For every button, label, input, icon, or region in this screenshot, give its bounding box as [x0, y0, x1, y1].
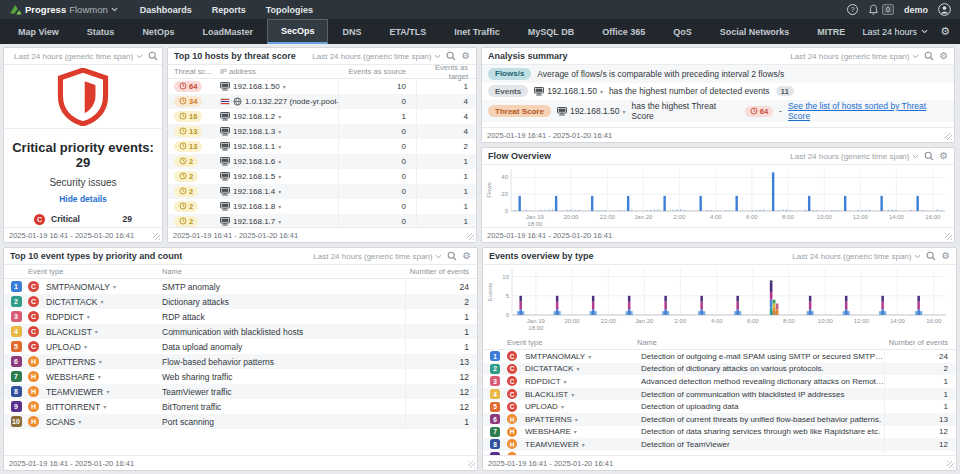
user-name[interactable]: demo: [904, 5, 928, 15]
resize-handle[interactable]: [945, 233, 952, 240]
search-icon[interactable]: [924, 51, 934, 61]
event-type-dropdown[interactable]: SMTPANOMALY▾: [525, 352, 641, 361]
event-type-dropdown[interactable]: TEAMVIEWER▾: [46, 387, 162, 397]
event-type-dropdown[interactable]: RDPDICT▾: [525, 377, 641, 386]
resize-handle[interactable]: [153, 233, 160, 240]
gear-icon[interactable]: ⚙: [941, 251, 950, 261]
event-type-dropdown[interactable]: BLACKLIST▾: [46, 327, 162, 337]
event-type-dropdown[interactable]: WEBSHARE▾: [46, 372, 162, 382]
priority-cell: H: [507, 439, 525, 449]
host-dropdown[interactable]: 192.168.1.2▾: [220, 112, 281, 121]
host-dropdown[interactable]: 192.168.1.7▾: [220, 217, 281, 226]
event-type-dropdown[interactable]: BPATTERNS▾: [525, 415, 641, 424]
col-events-as-source[interactable]: Events as source: [338, 65, 416, 78]
host-dropdown[interactable]: 192.168.1.50▾: [557, 106, 626, 116]
col-name[interactable]: Name: [637, 338, 884, 347]
event-type-dropdown[interactable]: BLACKLIST▾: [525, 390, 641, 399]
col-ip-address[interactable]: IP address: [220, 67, 338, 76]
host-dropdown[interactable]: 192.168.1.5▾: [220, 172, 281, 181]
tab-qos[interactable]: QoS: [659, 19, 706, 44]
tab-social-networks[interactable]: Social Networks: [706, 19, 804, 44]
event-type-dropdown[interactable]: DICTATTACK▾: [46, 297, 162, 307]
resize-handle[interactable]: [945, 133, 952, 140]
event-type-dropdown[interactable]: SCANS▾: [46, 417, 162, 427]
search-icon[interactable]: [926, 251, 936, 261]
search-icon[interactable]: [446, 51, 456, 61]
menu-item-reports[interactable]: Reports: [212, 5, 246, 15]
col-event-type[interactable]: Event type: [507, 338, 637, 347]
panel-timespan-dropdown[interactable]: Last 24 hours (generic time span): [14, 52, 143, 61]
col-number-of-events[interactable]: Number of events: [405, 265, 477, 278]
table-row: 7HWEBSHARE▾Web sharing traffic12: [4, 369, 477, 384]
host-dropdown[interactable]: 192.168.1.1▾: [220, 142, 281, 151]
col-event-type[interactable]: Event type: [28, 267, 162, 276]
notifications[interactable]: 0: [868, 4, 894, 16]
panel-timespan-dropdown[interactable]: Last 24 hours (generic time span): [313, 252, 442, 261]
event-type-dropdown[interactable]: WEBSHARE▾: [525, 427, 641, 436]
panel-timespan-dropdown[interactable]: Last 24 hours (generic time span): [792, 252, 921, 261]
resize-handle[interactable]: [467, 233, 474, 240]
event-type-dropdown[interactable]: BPATTERNS▾: [46, 357, 162, 367]
tab-mysql-db[interactable]: MySQL DB: [514, 19, 588, 44]
threat-score-list-link[interactable]: See the list of hosts sorted by Threat S…: [788, 101, 948, 121]
host-dropdown[interactable]: 192.168.1.4▾: [220, 187, 281, 196]
event-type-dropdown[interactable]: DICTATTACK▾: [525, 364, 641, 373]
gear-icon[interactable]: ⚙: [940, 26, 950, 37]
host-dropdown[interactable]: 192.168.1.50▾: [220, 82, 286, 91]
col-name[interactable]: Name: [162, 267, 405, 276]
gear-icon[interactable]: ⚙: [461, 51, 470, 61]
severity-label: Critical: [51, 214, 117, 224]
event-type-dropdown[interactable]: UPLOAD▾: [525, 402, 641, 411]
menu-item-topologies[interactable]: Topologies: [266, 5, 313, 15]
resize-handle[interactable]: [468, 461, 475, 468]
search-icon[interactable]: [447, 251, 457, 261]
dashboard-tabs-bar: Map ViewStatusNetOpsLoadMasterSecOpsDNSE…: [0, 19, 960, 44]
table-row: 1CSMTPANOMALY▾SMTP anomaly24: [4, 279, 477, 294]
dropdown-caret: ▾: [564, 378, 567, 385]
search-icon[interactable]: [148, 51, 158, 61]
tab-mitre[interactable]: MITRE: [803, 19, 859, 44]
gear-icon[interactable]: ⚙: [462, 251, 471, 261]
col-events-as-target[interactable]: Events as target: [416, 65, 476, 78]
tab-loadmaster[interactable]: LoadMaster: [188, 19, 267, 44]
resize-handle[interactable]: [947, 461, 954, 468]
progress-flowmon-logo[interactable]: Progress Flowmon: [9, 4, 118, 15]
threat-score-badge: 64: [745, 106, 773, 117]
rank-cell: 6: [4, 356, 28, 367]
panel-timespan-dropdown[interactable]: Last 24 hours (generic time span): [790, 152, 919, 161]
event-type-dropdown[interactable]: RDPDICT▾: [46, 312, 162, 322]
tab-map-view[interactable]: Map View: [4, 19, 73, 44]
search-icon[interactable]: [924, 151, 934, 161]
tab-office-365[interactable]: Office 365: [588, 19, 659, 44]
tab-inet-traffic[interactable]: Inet Traffic: [440, 19, 514, 44]
host-dropdown[interactable]: 192.168.1.3▾: [220, 127, 281, 136]
col-number-of-events[interactable]: Number of events: [884, 336, 956, 349]
menu-item-dashboards[interactable]: Dashboards: [140, 5, 192, 15]
gear-icon[interactable]: ⚙: [939, 151, 948, 161]
host-dropdown[interactable]: 192.168.1.8▾: [220, 202, 281, 211]
tab-secops[interactable]: SecOps: [267, 19, 329, 44]
host-dropdown[interactable]: 1.0.132.227 (node-yr.pool-1-0.dynamic.to…: [220, 97, 338, 106]
help-icon[interactable]: ?: [847, 4, 858, 15]
panel-timespan-dropdown[interactable]: Last 24 hours (generic time span): [312, 52, 441, 61]
host-dropdown[interactable]: 192.168.1.50▾: [534, 86, 603, 96]
svg-text:Events: Events: [487, 283, 493, 301]
tab-status[interactable]: Status: [73, 19, 129, 44]
global-time-range-dropdown[interactable]: Last 24 hours: [863, 27, 929, 37]
svg-text:18:00: 18:00: [528, 325, 544, 331]
tab-netops[interactable]: NetOps: [128, 19, 188, 44]
tab-eta-tls[interactable]: ETA/TLS: [375, 19, 440, 44]
event-type-dropdown[interactable]: SMTPANOMALY▾: [46, 282, 162, 292]
svg-text:2:00: 2:00: [674, 214, 686, 220]
user-avatar-icon[interactable]: [938, 3, 951, 16]
host-dropdown[interactable]: 192.168.1.6▾: [220, 157, 281, 166]
hide-details-link[interactable]: Hide details: [4, 194, 162, 204]
event-type-dropdown[interactable]: TEAMVIEWER▾: [525, 440, 641, 449]
gear-icon[interactable]: ⚙: [939, 51, 948, 61]
event-type-dropdown[interactable]: UPLOAD▾: [46, 342, 162, 352]
tab-dns[interactable]: DNS: [328, 19, 375, 44]
event-type-dropdown[interactable]: BITTORRENT▾: [46, 402, 162, 412]
priority-cell: C: [507, 402, 525, 412]
col-threat-score[interactable]: Threat sc...: [168, 67, 220, 76]
panel-timespan-dropdown[interactable]: Last 24 hours (generic time span): [790, 52, 919, 61]
